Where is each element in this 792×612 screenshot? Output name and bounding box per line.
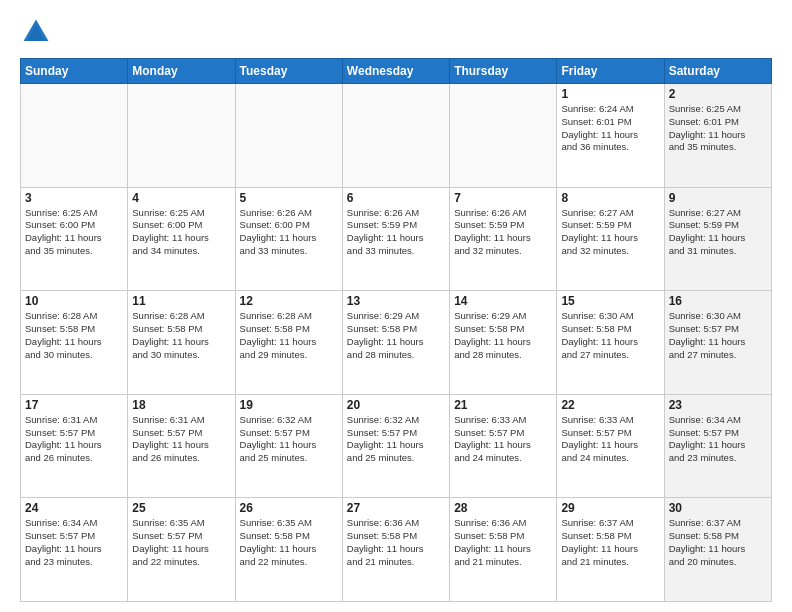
day-info: Sunrise: 6:37 AM Sunset: 5:58 PM Dayligh…: [561, 517, 659, 568]
day-number: 24: [25, 501, 123, 515]
calendar-week-3: 10Sunrise: 6:28 AM Sunset: 5:58 PM Dayli…: [21, 291, 772, 395]
calendar-cell: 28Sunrise: 6:36 AM Sunset: 5:58 PM Dayli…: [450, 498, 557, 602]
calendar-cell: 20Sunrise: 6:32 AM Sunset: 5:57 PM Dayli…: [342, 394, 449, 498]
day-number: 10: [25, 294, 123, 308]
day-info: Sunrise: 6:25 AM Sunset: 6:00 PM Dayligh…: [132, 207, 230, 258]
weekday-header-thursday: Thursday: [450, 59, 557, 84]
day-info: Sunrise: 6:31 AM Sunset: 5:57 PM Dayligh…: [132, 414, 230, 465]
calendar-cell: 22Sunrise: 6:33 AM Sunset: 5:57 PM Dayli…: [557, 394, 664, 498]
calendar-cell: 14Sunrise: 6:29 AM Sunset: 5:58 PM Dayli…: [450, 291, 557, 395]
calendar-table: SundayMondayTuesdayWednesdayThursdayFrid…: [20, 58, 772, 602]
calendar-cell: 12Sunrise: 6:28 AM Sunset: 5:58 PM Dayli…: [235, 291, 342, 395]
day-info: Sunrise: 6:32 AM Sunset: 5:57 PM Dayligh…: [240, 414, 338, 465]
day-number: 23: [669, 398, 767, 412]
calendar-cell: [450, 84, 557, 188]
day-number: 22: [561, 398, 659, 412]
weekday-header-tuesday: Tuesday: [235, 59, 342, 84]
day-info: Sunrise: 6:29 AM Sunset: 5:58 PM Dayligh…: [454, 310, 552, 361]
day-info: Sunrise: 6:35 AM Sunset: 5:57 PM Dayligh…: [132, 517, 230, 568]
calendar-cell: 16Sunrise: 6:30 AM Sunset: 5:57 PM Dayli…: [664, 291, 771, 395]
day-number: 21: [454, 398, 552, 412]
day-number: 5: [240, 191, 338, 205]
calendar-cell: 29Sunrise: 6:37 AM Sunset: 5:58 PM Dayli…: [557, 498, 664, 602]
weekday-header-saturday: Saturday: [664, 59, 771, 84]
day-info: Sunrise: 6:25 AM Sunset: 6:00 PM Dayligh…: [25, 207, 123, 258]
day-number: 18: [132, 398, 230, 412]
day-info: Sunrise: 6:26 AM Sunset: 5:59 PM Dayligh…: [454, 207, 552, 258]
day-info: Sunrise: 6:33 AM Sunset: 5:57 PM Dayligh…: [561, 414, 659, 465]
calendar-cell: 25Sunrise: 6:35 AM Sunset: 5:57 PM Dayli…: [128, 498, 235, 602]
calendar-week-5: 24Sunrise: 6:34 AM Sunset: 5:57 PM Dayli…: [21, 498, 772, 602]
day-info: Sunrise: 6:26 AM Sunset: 5:59 PM Dayligh…: [347, 207, 445, 258]
calendar-cell: 18Sunrise: 6:31 AM Sunset: 5:57 PM Dayli…: [128, 394, 235, 498]
day-info: Sunrise: 6:24 AM Sunset: 6:01 PM Dayligh…: [561, 103, 659, 154]
day-number: 27: [347, 501, 445, 515]
calendar-cell: [235, 84, 342, 188]
day-number: 3: [25, 191, 123, 205]
header: [20, 16, 772, 48]
day-number: 13: [347, 294, 445, 308]
day-number: 1: [561, 87, 659, 101]
day-info: Sunrise: 6:36 AM Sunset: 5:58 PM Dayligh…: [347, 517, 445, 568]
day-info: Sunrise: 6:27 AM Sunset: 5:59 PM Dayligh…: [561, 207, 659, 258]
day-info: Sunrise: 6:28 AM Sunset: 5:58 PM Dayligh…: [240, 310, 338, 361]
calendar-cell: [21, 84, 128, 188]
day-info: Sunrise: 6:34 AM Sunset: 5:57 PM Dayligh…: [669, 414, 767, 465]
day-number: 14: [454, 294, 552, 308]
calendar-cell: 3Sunrise: 6:25 AM Sunset: 6:00 PM Daylig…: [21, 187, 128, 291]
calendar-header-row: SundayMondayTuesdayWednesdayThursdayFrid…: [21, 59, 772, 84]
day-info: Sunrise: 6:28 AM Sunset: 5:58 PM Dayligh…: [25, 310, 123, 361]
day-info: Sunrise: 6:27 AM Sunset: 5:59 PM Dayligh…: [669, 207, 767, 258]
day-info: Sunrise: 6:29 AM Sunset: 5:58 PM Dayligh…: [347, 310, 445, 361]
calendar-cell: 4Sunrise: 6:25 AM Sunset: 6:00 PM Daylig…: [128, 187, 235, 291]
calendar-cell: 7Sunrise: 6:26 AM Sunset: 5:59 PM Daylig…: [450, 187, 557, 291]
day-number: 28: [454, 501, 552, 515]
calendar-cell: [128, 84, 235, 188]
day-number: 15: [561, 294, 659, 308]
weekday-header-monday: Monday: [128, 59, 235, 84]
day-info: Sunrise: 6:26 AM Sunset: 6:00 PM Dayligh…: [240, 207, 338, 258]
day-number: 26: [240, 501, 338, 515]
calendar-cell: 26Sunrise: 6:35 AM Sunset: 5:58 PM Dayli…: [235, 498, 342, 602]
calendar-cell: 15Sunrise: 6:30 AM Sunset: 5:58 PM Dayli…: [557, 291, 664, 395]
calendar-cell: 6Sunrise: 6:26 AM Sunset: 5:59 PM Daylig…: [342, 187, 449, 291]
day-info: Sunrise: 6:35 AM Sunset: 5:58 PM Dayligh…: [240, 517, 338, 568]
day-number: 17: [25, 398, 123, 412]
calendar-cell: 1Sunrise: 6:24 AM Sunset: 6:01 PM Daylig…: [557, 84, 664, 188]
day-number: 8: [561, 191, 659, 205]
day-info: Sunrise: 6:37 AM Sunset: 5:58 PM Dayligh…: [669, 517, 767, 568]
weekday-header-friday: Friday: [557, 59, 664, 84]
day-number: 6: [347, 191, 445, 205]
day-number: 7: [454, 191, 552, 205]
calendar-cell: 23Sunrise: 6:34 AM Sunset: 5:57 PM Dayli…: [664, 394, 771, 498]
day-info: Sunrise: 6:30 AM Sunset: 5:57 PM Dayligh…: [669, 310, 767, 361]
calendar-cell: 21Sunrise: 6:33 AM Sunset: 5:57 PM Dayli…: [450, 394, 557, 498]
calendar-cell: 13Sunrise: 6:29 AM Sunset: 5:58 PM Dayli…: [342, 291, 449, 395]
calendar-week-2: 3Sunrise: 6:25 AM Sunset: 6:00 PM Daylig…: [21, 187, 772, 291]
calendar-cell: 19Sunrise: 6:32 AM Sunset: 5:57 PM Dayli…: [235, 394, 342, 498]
calendar-cell: 2Sunrise: 6:25 AM Sunset: 6:01 PM Daylig…: [664, 84, 771, 188]
calendar-cell: 8Sunrise: 6:27 AM Sunset: 5:59 PM Daylig…: [557, 187, 664, 291]
day-number: 4: [132, 191, 230, 205]
day-info: Sunrise: 6:30 AM Sunset: 5:58 PM Dayligh…: [561, 310, 659, 361]
day-number: 11: [132, 294, 230, 308]
day-number: 29: [561, 501, 659, 515]
day-number: 16: [669, 294, 767, 308]
day-number: 19: [240, 398, 338, 412]
calendar-cell: 24Sunrise: 6:34 AM Sunset: 5:57 PM Dayli…: [21, 498, 128, 602]
calendar-cell: 10Sunrise: 6:28 AM Sunset: 5:58 PM Dayli…: [21, 291, 128, 395]
logo-icon: [20, 16, 52, 48]
day-number: 25: [132, 501, 230, 515]
day-info: Sunrise: 6:32 AM Sunset: 5:57 PM Dayligh…: [347, 414, 445, 465]
logo: [20, 16, 56, 48]
calendar-cell: 5Sunrise: 6:26 AM Sunset: 6:00 PM Daylig…: [235, 187, 342, 291]
day-number: 2: [669, 87, 767, 101]
day-info: Sunrise: 6:28 AM Sunset: 5:58 PM Dayligh…: [132, 310, 230, 361]
calendar-cell: 30Sunrise: 6:37 AM Sunset: 5:58 PM Dayli…: [664, 498, 771, 602]
weekday-header-sunday: Sunday: [21, 59, 128, 84]
calendar-cell: 9Sunrise: 6:27 AM Sunset: 5:59 PM Daylig…: [664, 187, 771, 291]
day-info: Sunrise: 6:25 AM Sunset: 6:01 PM Dayligh…: [669, 103, 767, 154]
calendar-week-4: 17Sunrise: 6:31 AM Sunset: 5:57 PM Dayli…: [21, 394, 772, 498]
weekday-header-wednesday: Wednesday: [342, 59, 449, 84]
calendar-cell: [342, 84, 449, 188]
